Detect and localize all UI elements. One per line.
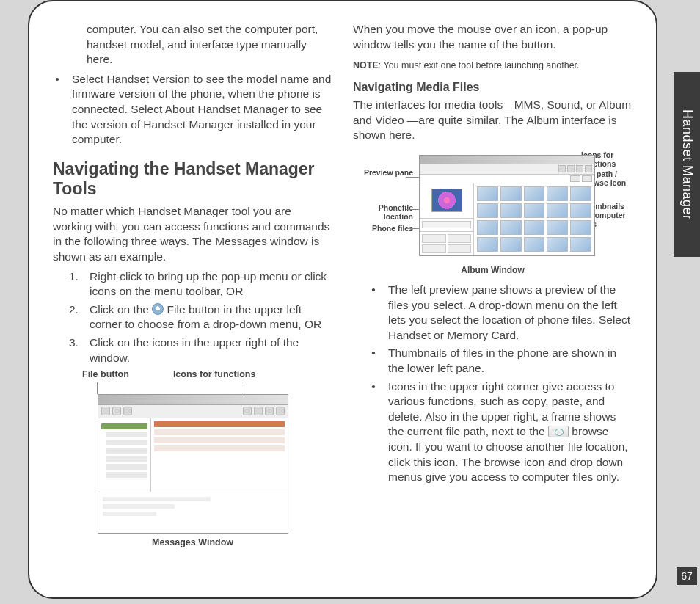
browse-icon bbox=[548, 426, 569, 437]
bullet-handset-version: • Select Handset Version to see the mode… bbox=[53, 72, 332, 148]
step-text: Right-click to bring up the pop-up menu … bbox=[90, 269, 332, 299]
nav-tools-intro: No matter which Handset Manager tool you… bbox=[53, 204, 332, 264]
file-button-icon bbox=[152, 303, 164, 315]
media-bullet-1: • The left preview pane shows a preview … bbox=[369, 283, 632, 343]
fig1-label-icons: Icons for functions bbox=[173, 368, 256, 381]
step-number: 3. bbox=[69, 335, 82, 365]
step-text: Click on the File button in the upper le… bbox=[90, 302, 332, 332]
bullet-text: The left preview pane shows a preview of… bbox=[388, 283, 632, 343]
fig1-caption: Messages Window bbox=[53, 536, 332, 549]
fig1-leader-lines bbox=[53, 382, 332, 394]
note-text: : You must exit one tool before launchin… bbox=[379, 60, 580, 70]
page-number: 67 bbox=[677, 567, 697, 585]
intro-continuation: computer. You can also set the computer … bbox=[87, 22, 332, 68]
fig2-label-preview: Preview pane bbox=[353, 168, 413, 177]
media-bullet-3: • Icons in the upper right corner give a… bbox=[369, 379, 632, 485]
heading-media-files: Navigating Media Files bbox=[353, 79, 632, 95]
step-text: Click on the icons in the upper right of… bbox=[90, 335, 332, 365]
media-files-intro: The interfaces for media tools—MMS, Soun… bbox=[353, 98, 632, 143]
fig2-caption: Album Window bbox=[353, 265, 632, 277]
fig1-label-file-button: File button bbox=[82, 368, 129, 381]
step-3: 3. Click on the icons in the upper right… bbox=[69, 335, 332, 365]
side-tab: Handset Manager bbox=[674, 72, 700, 257]
heading-navigating-tools: Navigating the Handset Manager Tools bbox=[53, 159, 332, 200]
hover-tip-para: When you move the mouse over an icon, a … bbox=[353, 22, 632, 52]
bullet-text: Icons in the upper right corner give acc… bbox=[388, 379, 632, 485]
left-column: computer. You can also set the computer … bbox=[53, 22, 332, 583]
figure-album-window: Preview pane Phonefile location Phone fi… bbox=[353, 150, 632, 277]
step-number: 1. bbox=[69, 269, 82, 299]
note-label: NOTE bbox=[353, 60, 379, 70]
messages-window-mock bbox=[98, 394, 288, 534]
bullet-dot: • bbox=[369, 346, 378, 376]
step-2: 2. Click on the File button in the upper… bbox=[69, 302, 332, 332]
bullet-dot: • bbox=[53, 72, 62, 148]
fig2-label-location: Phonefile location bbox=[353, 203, 413, 221]
bullet-dot: • bbox=[369, 379, 378, 485]
bullet-text: Select Handset Version to see the model … bbox=[72, 72, 332, 148]
bullet-dot: • bbox=[369, 283, 378, 343]
note-line: NOTE: You must exit one tool before laun… bbox=[353, 59, 632, 72]
right-column: When you move the mouse over an icon, a … bbox=[353, 22, 632, 583]
page-frame: computer. You can also set the computer … bbox=[28, 0, 657, 599]
bullet-text: Thumbnails of files in the phone are sho… bbox=[388, 346, 632, 376]
step-1: 1. Right-click to bring up the pop-up me… bbox=[69, 269, 332, 299]
figure-messages-window: File button Icons for functions bbox=[53, 368, 332, 548]
step-number: 2. bbox=[69, 302, 82, 332]
media-bullet-2: • Thumbnails of files in the phone are s… bbox=[369, 346, 632, 376]
fig2-label-phonefiles: Phone files bbox=[353, 224, 413, 233]
album-window-mock bbox=[419, 155, 595, 256]
